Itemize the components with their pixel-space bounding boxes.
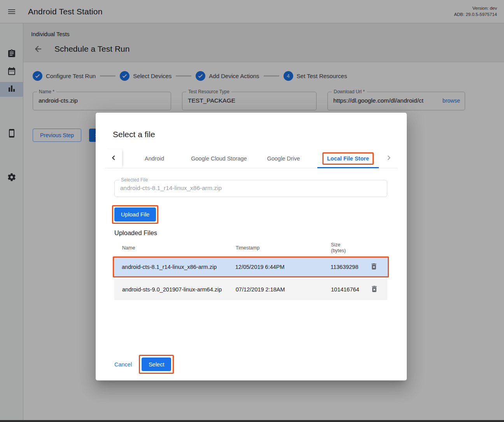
- selected-file-field[interactable]: Selected File android-cts-8.1_r14-linux_…: [114, 180, 387, 197]
- table-header-row: Name Timestamp Size (bytes): [114, 239, 387, 256]
- tab-google-cloud-storage[interactable]: Google Cloud Storage: [187, 149, 251, 168]
- table-row-selected[interactable]: android-cts-8.1_r14-linux_x86-arm.zip 12…: [114, 258, 388, 276]
- table-row[interactable]: android-sts-9.0_201907-linux-arm64.zip 0…: [114, 279, 387, 300]
- trash-icon: [370, 262, 378, 272]
- file-size: 101416764: [331, 286, 365, 293]
- highlight-box: android-cts-8.1_r14-linux_x86-arm.zip 12…: [113, 256, 389, 277]
- tabs-scroll-left-button[interactable]: [105, 149, 122, 168]
- field-value: android-cts-8.1_r14-linux_x86-arm.zip: [120, 185, 222, 192]
- file-name: android-sts-9.0_201907-linux-arm64.zip: [122, 286, 236, 293]
- field-label: Selected File: [119, 177, 149, 183]
- cancel-button[interactable]: Cancel: [110, 358, 136, 371]
- select-file-dialog: Select a file Android Google Cloud Stora…: [96, 113, 407, 380]
- highlight-box: Upload File: [112, 205, 158, 224]
- tab-android[interactable]: Android: [122, 149, 187, 168]
- chevron-left-icon: [109, 153, 118, 164]
- uploaded-files-table: Name Timestamp Size (bytes) android-cts-…: [114, 239, 387, 300]
- file-timestamp: 12/05/2019 6:44PM: [235, 264, 331, 270]
- trash-icon: [370, 285, 378, 294]
- highlight-box: Select: [139, 355, 174, 374]
- select-button[interactable]: Select: [142, 357, 171, 371]
- chevron-right-icon: [384, 153, 394, 164]
- tab-google-drive[interactable]: Google Drive: [251, 149, 316, 168]
- column-header-name: Name: [122, 245, 236, 251]
- tab-local-file-store[interactable]: Local File Store: [316, 149, 380, 168]
- file-timestamp: 07/12/2019 2:18AM: [236, 286, 331, 293]
- delete-file-button[interactable]: [368, 283, 381, 296]
- file-size: 113639298: [331, 264, 365, 270]
- delete-file-button[interactable]: [367, 260, 380, 274]
- highlight-box: Local File Store: [322, 152, 374, 165]
- tabs-scroll-right-button[interactable]: [380, 149, 397, 168]
- column-header-timestamp: Timestamp: [236, 245, 331, 251]
- file-source-tabs: Android Google Cloud Storage Google Driv…: [105, 149, 397, 168]
- upload-file-button[interactable]: Upload File: [114, 208, 156, 221]
- column-header-size: Size (bytes): [331, 242, 365, 254]
- file-name: android-cts-8.1_r14-linux_x86-arm.zip: [122, 264, 235, 270]
- uploaded-files-heading: Uploaded Files: [114, 229, 157, 237]
- dialog-title: Select a file: [113, 130, 155, 139]
